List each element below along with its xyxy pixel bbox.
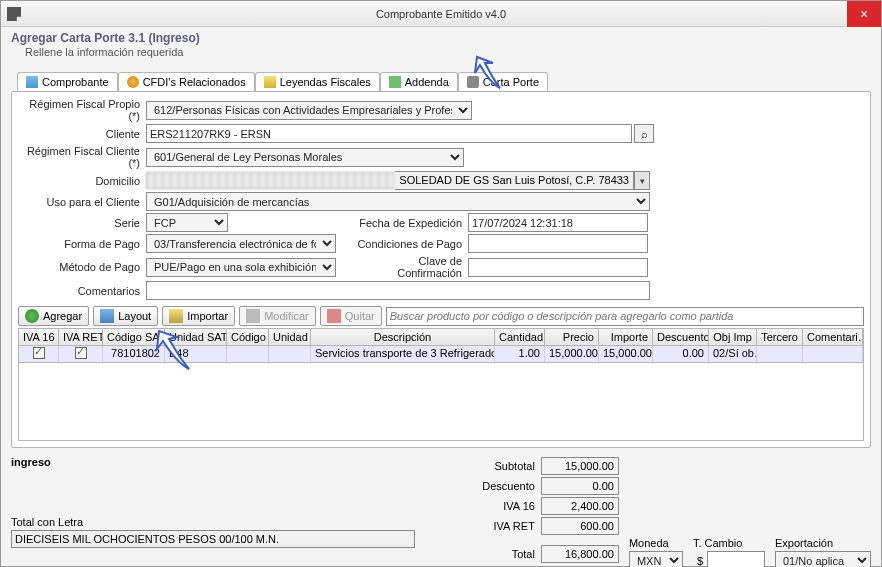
form-panel: Régimen Fiscal Propio 612/Personas Físic…: [11, 91, 871, 448]
label-export: Exportación: [775, 537, 871, 549]
value-total: 16,800.00: [541, 545, 619, 563]
col-iva16[interactable]: IVA 16: [19, 329, 59, 345]
col-cantidad[interactable]: Cantidad: [495, 329, 545, 345]
cell-tercero: [757, 346, 803, 362]
select-regimen-propio[interactable]: 612/Personas Físicas con Actividades Emp…: [146, 101, 472, 120]
grid-header: IVA 16 IVA RET Código SAT Unidad SAT Cód…: [18, 328, 864, 346]
col-tercero[interactable]: Tercero: [757, 329, 803, 345]
label-iva16-tot: IVA 16: [465, 500, 541, 512]
tab-addenda[interactable]: Addenda: [380, 72, 458, 91]
select-domicilio[interactable]: SOLEDAD DE GS San Luis Potosí, C.P. 7843…: [146, 171, 650, 190]
input-comentarios[interactable]: [146, 281, 650, 300]
select-uso-cliente[interactable]: G01/Adquisición de mercancías: [146, 192, 650, 211]
ingreso-label: ingreso: [11, 456, 455, 468]
label-forma-pago: Forma de Pago: [18, 238, 146, 250]
col-objimp[interactable]: Obj Imp: [709, 329, 757, 345]
label-uso-cliente: Uso para el Cliente: [18, 196, 146, 208]
col-descripcion[interactable]: Descripción: [311, 329, 495, 345]
input-cliente[interactable]: [146, 124, 632, 143]
col-comentarios[interactable]: Comentari…: [803, 329, 863, 345]
modificar-button: Modificar: [239, 306, 316, 326]
checkbox-ivaret[interactable]: [75, 347, 87, 359]
app-icon: [7, 7, 21, 21]
note-icon: [264, 76, 276, 88]
input-tcambio[interactable]: [707, 551, 765, 567]
select-exportacion[interactable]: 01/No aplica: [775, 551, 871, 567]
label-cond-pago: Condiciones de Pago: [356, 238, 468, 250]
table-row[interactable]: 78101802 E48 Servicios transporte de 3 R…: [18, 346, 864, 363]
label-tcambio: T. Cambio: [693, 537, 765, 549]
cell-precio: 15,000.00: [545, 346, 599, 362]
select-forma-pago[interactable]: 03/Transferencia electrónica de fondos: [146, 234, 336, 253]
label-domicilio: Domicilio: [18, 175, 146, 187]
tabstrip: Comprobante CFDI's Relacionados Leyendas…: [17, 72, 871, 91]
link-icon: [127, 76, 139, 88]
tab-comprobante[interactable]: Comprobante: [17, 72, 118, 91]
tab-cfdi-relacionados[interactable]: CFDI's Relacionados: [118, 72, 255, 91]
col-codigo-sat[interactable]: Código SAT: [103, 329, 165, 345]
label-regimen-propio: Régimen Fiscal Propio: [18, 98, 146, 122]
label-clave-conf: Clave de Confirmación: [356, 255, 468, 279]
tab-leyendas[interactable]: Leyendas Fiscales: [255, 72, 380, 91]
label-comentarios: Comentarios: [18, 285, 146, 297]
select-moneda[interactable]: MXN: [629, 551, 683, 567]
chevron-down-icon: [634, 171, 650, 190]
col-ivaret[interactable]: IVA RET: [59, 329, 103, 345]
col-descuento[interactable]: Descuento: [653, 329, 709, 345]
add-icon: [25, 309, 39, 323]
col-codigo[interactable]: Código: [227, 329, 269, 345]
label-fecha-exp: Fecha de Expedición: [356, 217, 468, 229]
cell-unidad: [269, 346, 311, 362]
label-descuento-tot: Descuento: [465, 480, 541, 492]
value-descuento: 0.00: [541, 477, 619, 495]
cell-objimp: 02/Sí ob…: [709, 346, 757, 362]
label-ivaret-tot: IVA RET: [465, 520, 541, 532]
cell-desc: Servicios transporte de 3 Refrigeradores…: [311, 346, 495, 362]
value-ivaret: 600.00: [541, 517, 619, 535]
select-serie[interactable]: FCP: [146, 213, 228, 232]
col-importe[interactable]: Importe: [599, 329, 653, 345]
titlebar: Comprobante Emitido v4.0 ×: [1, 1, 881, 27]
import-icon: [169, 309, 183, 323]
grid-toolbar: Agregar Layout Importar Modificar Quitar: [18, 306, 864, 326]
truck-icon: [467, 76, 479, 88]
label-moneda: Moneda: [629, 537, 683, 549]
col-precio[interactable]: Precio: [545, 329, 599, 345]
label-subtotal: Subtotal: [465, 460, 541, 472]
input-clave-conf[interactable]: [468, 258, 648, 277]
domicilio-visible: SOLEDAD DE GS San Luis Potosí, C.P. 7843…: [395, 171, 634, 190]
col-unidad[interactable]: Unidad: [269, 329, 311, 345]
label-cliente: Cliente: [18, 128, 146, 140]
col-unidad-sat[interactable]: Unidad SAT: [165, 329, 227, 345]
layout-button[interactable]: Layout: [93, 306, 158, 326]
header-subtitle: Rellene la información requerida: [25, 46, 871, 58]
cell-importe: 15,000.00: [599, 346, 653, 362]
total-con-letra-value: DIECISEIS MIL OCHOCIENTOS PESOS 00/100 M…: [11, 530, 415, 548]
checkbox-iva16[interactable]: [33, 347, 45, 359]
search-input[interactable]: [386, 307, 864, 326]
tab-carta-porte[interactable]: Carta Porte: [458, 72, 548, 91]
input-cond-pago[interactable]: [468, 234, 648, 253]
label-total: Total: [465, 548, 541, 560]
cell-unidad-sat: E48: [165, 346, 227, 362]
cell-coment: [803, 346, 863, 362]
plus-icon: [389, 76, 401, 88]
lookup-cliente-button[interactable]: ⌕: [634, 124, 654, 143]
delete-icon: [327, 309, 341, 323]
window-title: Comprobante Emitido v4.0: [376, 8, 506, 20]
grid-empty-area: [18, 363, 864, 441]
value-subtotal: 15,000.00: [541, 457, 619, 475]
cell-codigo: [227, 346, 269, 362]
importar-button[interactable]: Importar: [162, 306, 235, 326]
cell-codigo-sat: 78101802: [103, 346, 165, 362]
select-regimen-cliente[interactable]: 601/General de Ley Personas Morales: [146, 148, 464, 167]
label-regimen-cliente: Régimen Fiscal Cliente: [18, 145, 146, 169]
input-fecha-exp[interactable]: [468, 213, 648, 232]
header-title: Agregar Carta Porte 3.1 (Ingreso): [11, 31, 871, 45]
agregar-button[interactable]: Agregar: [18, 306, 89, 326]
close-button[interactable]: ×: [847, 1, 881, 27]
domicilio-blurred: [146, 172, 395, 189]
select-metodo-pago[interactable]: PUE/Pago en una sola exhibición: [146, 258, 336, 277]
page-header: Agregar Carta Porte 3.1 (Ingreso) Rellen…: [1, 27, 881, 66]
tcambio-prefix: $: [693, 555, 707, 567]
